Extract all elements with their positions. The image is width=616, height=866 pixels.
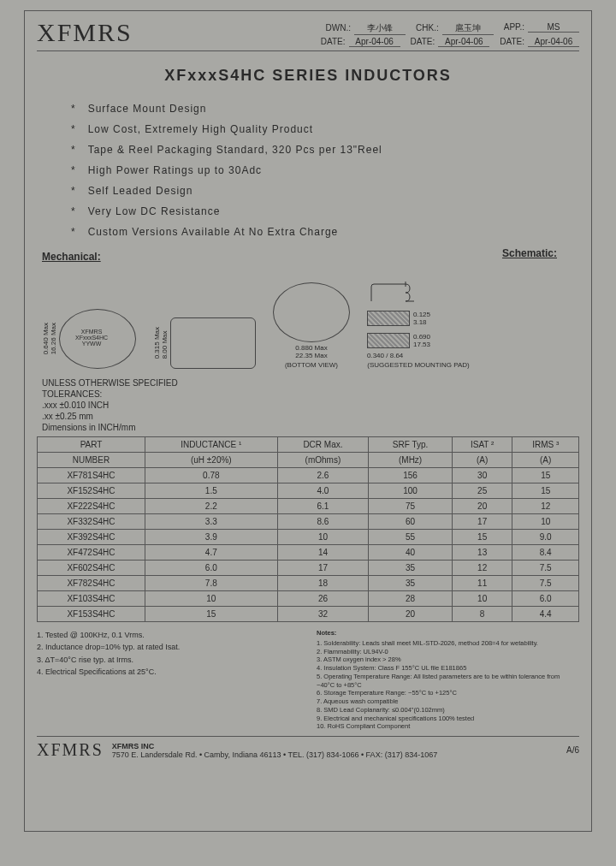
note-item: 4. Insulation System: Class F 155°C UL f… — [317, 664, 579, 673]
table-cell: XF472S4HC — [38, 545, 145, 561]
table-cell: XF153S4HC — [38, 607, 145, 622]
table-cell: 9.0 — [512, 530, 579, 545]
table-cell: 10 — [277, 530, 369, 545]
note-item: 7. Aqueous wash compatible — [317, 697, 579, 706]
table-cell: 32 — [277, 607, 369, 622]
table-row: XF152S4HC1.54.01002515 — [38, 483, 579, 499]
table-cell: 11 — [452, 576, 512, 591]
table-cell: 14 — [277, 545, 369, 561]
feature-item: Tape & Reel Packaging Standard, 320 Pcs … — [71, 139, 579, 160]
table-cell: 26 — [277, 591, 369, 607]
spec-table: PART INDUCTANCE ¹ DCR Max. SRF Typ. ISAT… — [37, 436, 579, 622]
table-cell: 15 — [512, 468, 579, 483]
footnotes: 1. Tested @ 100KHz, 0.1 Vrms. 2. Inducta… — [37, 629, 579, 731]
table-cell: 10 — [452, 591, 512, 607]
date-label: DATE: — [500, 37, 524, 46]
footnote: 1. Tested @ 100KHz, 0.1 Vrms. — [37, 629, 299, 641]
tol-line: UNLESS OTHERWISE SPECIFIED — [42, 377, 579, 389]
table-cell: 15 — [512, 483, 579, 499]
feature-item: Surface Mount Design — [71, 98, 579, 119]
table-row: XF222S4HC2.26.1752012 — [38, 499, 579, 514]
page-title: XFxxxS4HC SERIES INDUCTORS — [37, 67, 579, 85]
th: SRF Typ. — [369, 437, 453, 453]
feature-item: Self Leaded Design — [71, 181, 579, 201]
table-cell: 28 — [369, 591, 453, 607]
signature-block: DWN.:李小锋 CHK.:扈玉坤 APP.:MS DATE:Apr-04-06… — [191, 22, 579, 47]
table-cell: 12 — [512, 499, 579, 514]
table-cell: 30 — [452, 468, 512, 483]
note-item: 1. Solderability: Leads shall meet MIL-S… — [317, 639, 579, 648]
table-cell: 6.0 — [512, 591, 579, 607]
note-item: 2. Flammability: UL94V-0 — [317, 648, 579, 656]
mounting-pads: 0.1253.18 0.69017.53 0.340 / 8.64 (SUGGE… — [367, 280, 470, 369]
table-cell: 10 — [145, 591, 278, 607]
table-row: XF392S4HC3.91055159.0 — [38, 530, 579, 545]
th: (A) — [512, 453, 579, 468]
table-cell: XF222S4HC — [38, 499, 145, 514]
feature-item: Low Cost, Extremely High Quality Product — [71, 119, 579, 139]
notes-right: Notes: 1. Solderability: Leads shall mee… — [317, 629, 579, 731]
table-cell: 17 — [277, 561, 369, 576]
app-label: APP.: — [504, 22, 524, 32]
table-row: XF782S4HC7.81835117.5 — [38, 576, 579, 591]
pad-gap-dim: 0.69017.53 — [413, 333, 430, 348]
table-cell: 8.4 — [512, 545, 579, 561]
note-item: 9. Electrical and mechanical specificati… — [317, 715, 579, 723]
th: (mOhms) — [277, 453, 369, 468]
table-cell: 25 — [452, 483, 512, 499]
th: NUMBER — [38, 453, 145, 468]
footnote: 2. Inductance drop=10% typ. at rated Isa… — [37, 641, 299, 653]
feature-item: High Power Ratings up to 30Adc — [71, 160, 579, 181]
dim-C: 0.315 Max8.00 Max — [153, 327, 169, 359]
table-cell: 12 — [452, 561, 512, 576]
table-cell: 75 — [369, 499, 453, 514]
table-cell: 7.5 — [512, 576, 579, 591]
drawing-bottom — [273, 282, 350, 342]
table-cell: XF152S4HC — [38, 483, 145, 499]
table-cell: 2.2 — [145, 499, 278, 514]
pad-dim: 0.1253.18 — [413, 311, 430, 326]
mechanical-label: Mechanical: — [42, 251, 579, 263]
notes-header: Notes: — [317, 629, 579, 638]
table-cell: 3.3 — [145, 514, 278, 530]
th: ISAT ² — [452, 437, 512, 453]
footer-company: XFMRS INC — [112, 742, 558, 750]
th: (A) — [452, 453, 512, 468]
table-cell: 6.1 — [277, 499, 369, 514]
drawing-top — [59, 309, 136, 369]
table-cell: 15 — [452, 530, 512, 545]
note-item: 8. SMD Lead Coplanarity: ≤0.004"(0.102mm… — [317, 706, 579, 715]
dwn-value: 李小锋 — [354, 22, 406, 35]
dim-B: 0.640 Max16.26 Max — [42, 323, 57, 354]
th: INDUCTANCE ¹ — [145, 437, 278, 453]
table-cell: XF782S4HC — [38, 576, 145, 591]
table-cell: 60 — [369, 514, 453, 530]
table-cell: XF332S4HC — [38, 514, 145, 530]
table-cell: 3.9 — [145, 530, 278, 545]
table-cell: 35 — [369, 561, 453, 576]
date-value-2: Apr-04-06 — [438, 37, 489, 47]
table-cell: 17 — [452, 514, 512, 530]
schematic-icon — [367, 280, 418, 305]
table-cell: XF602S4HC — [38, 561, 145, 576]
table-cell: 4.7 — [145, 545, 278, 561]
chk-label: CHK.: — [416, 23, 439, 33]
table-cell: 40 — [369, 545, 453, 561]
datasheet-page: XFMRS DWN.:李小锋 CHK.:扈玉坤 APP.:MS DATE:Apr… — [24, 10, 592, 832]
table-cell: 156 — [369, 468, 453, 483]
logo: XFMRS — [37, 18, 191, 47]
date-value-1: Apr-04-06 — [349, 37, 400, 47]
table-cell: 7.5 — [512, 561, 579, 576]
header: XFMRS DWN.:李小锋 CHK.:扈玉坤 APP.:MS DATE:Apr… — [37, 18, 579, 51]
table-cell: XF781S4HC — [38, 468, 145, 483]
table-cell: 20 — [369, 607, 453, 622]
table-row: XF103S4HC102628106.0 — [38, 591, 579, 607]
th: IRMS ³ — [512, 437, 579, 453]
table-cell: 13 — [452, 545, 512, 561]
footnotes-left: 1. Tested @ 100KHz, 0.1 Vrms. 2. Inducta… — [37, 629, 299, 731]
th: (uH ±20%) — [145, 453, 278, 468]
bottom-view-label: (BOTTOM VIEW) — [285, 361, 338, 369]
table-cell: 10 — [512, 514, 579, 530]
mount-pad-label: (SUGGESTED MOUNTING PAD) — [367, 361, 470, 369]
tol-line: TOLERANCES: — [42, 389, 579, 400]
